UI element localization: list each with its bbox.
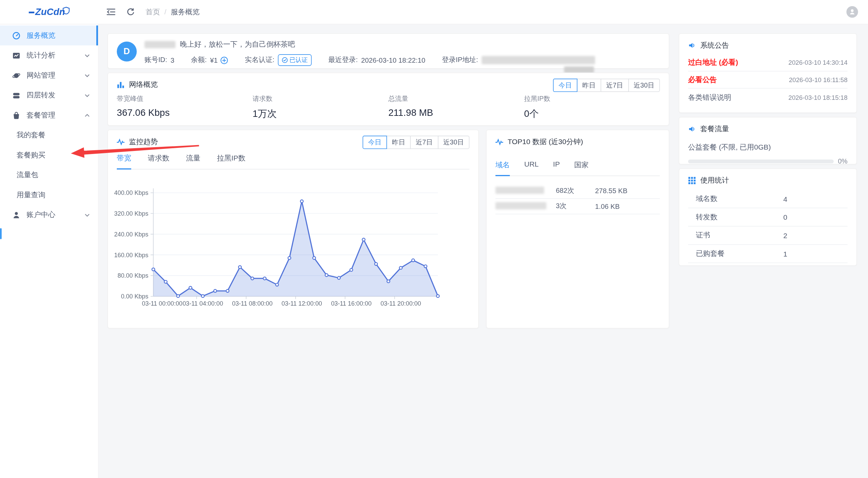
breadcrumb-home-link[interactable]: 首页: [146, 7, 160, 17]
verified-badge-label: 已认证: [289, 56, 308, 64]
usage-value: 0: [783, 213, 787, 221]
tab-bandwidth[interactable]: 带宽: [117, 153, 131, 169]
tab-requests[interactable]: 请求数: [148, 153, 169, 169]
svg-text:0.00 Kbps: 0.00 Kbps: [121, 293, 148, 300]
last-login-value: 2026-03-10 18:22:10: [361, 56, 425, 64]
trend-title: 监控趋势: [129, 137, 158, 147]
sidebar-item-buy-package[interactable]: 套餐购买: [0, 145, 98, 165]
masked-username: [144, 41, 175, 48]
tab-blocked-ips[interactable]: 拉黑IP数: [217, 153, 245, 169]
package-item-label: 公益套餐 (不限, 已用0GB): [688, 142, 848, 152]
package-traffic-card: 套餐流量 公益套餐 (不限, 已用0GB) 0%: [679, 117, 857, 165]
svg-text:400.00 Kbps: 400.00 Kbps: [114, 189, 148, 196]
tab-traffic[interactable]: 流量: [186, 153, 200, 169]
top10-requests: 682次: [556, 186, 595, 196]
range-7d-button[interactable]: 近7日: [601, 79, 629, 92]
stat-value: 367.06 Kbps: [117, 107, 253, 119]
sidebar-item-layer4-forward[interactable]: 四层转发: [0, 85, 98, 105]
masked-ip-line2: [564, 66, 594, 73]
sidebar-item-my-package[interactable]: 我的套餐: [0, 125, 98, 145]
announcement-item[interactable]: 必看公告 2026-03-10 16:11:58: [688, 72, 848, 89]
login-ip: 登录IP地址:: [442, 56, 595, 65]
breadcrumb-separator: /: [164, 8, 167, 16]
trend-tabs: 带宽 请求数 流量 拉黑IP数: [117, 153, 470, 169]
trend-range-today-button[interactable]: 今日: [363, 136, 387, 149]
sidebar-subitem-label: 我的套餐: [17, 130, 46, 140]
svg-text:03-11 12:00:00: 03-11 12:00:00: [282, 300, 322, 307]
sidebar-scrollbar-thumb[interactable]: [0, 228, 2, 240]
svg-text:03-11 04:00:00: 03-11 04:00:00: [183, 300, 223, 307]
balance-value: ¥1: [210, 56, 218, 64]
bar-chart-icon: [117, 81, 125, 89]
stat-label: 总流量: [388, 94, 524, 104]
announcement-item[interactable]: 过白地址 (必看) 2026-03-10 14:30:14: [688, 54, 848, 71]
top10-traffic: 1.06 KB: [595, 202, 660, 210]
stat-total-traffic: 总流量 211.98 MB: [388, 94, 524, 120]
tab-domain[interactable]: 域名: [495, 160, 510, 176]
monitor-trend-card: 监控趋势 今日 昨日 近7日 近30日 带宽 请求数 流量 拉黑IP数 0.0: [107, 129, 479, 328]
sidebar-item-website[interactable]: 网站管理: [0, 65, 98, 86]
chevron-down-icon: [84, 72, 90, 78]
sidebar: 服务概览 统计分析 网站管理 四层转发 套餐管理 我的套餐 套餐购买 流量包 用…: [0, 25, 98, 478]
sidebar-item-usage-query[interactable]: 用量查询: [0, 185, 98, 205]
app: ZuCdn 首页 / 服务概览 服务概览: [0, 0, 868, 478]
tab-url[interactable]: URL: [524, 160, 538, 176]
last-login-label: 最近登录:: [328, 56, 358, 65]
recharge-plus-icon[interactable]: [221, 56, 228, 64]
sidebar-item-account-center[interactable]: 账户中心: [0, 205, 98, 225]
logo-dash: [29, 12, 34, 13]
stat-value: 211.98 MB: [388, 107, 524, 119]
top10-rows: 682次 278.55 KB 3次 1.06 KB: [487, 183, 669, 214]
range-today-button[interactable]: 今日: [553, 79, 578, 92]
usage-label: 转发数: [696, 212, 717, 222]
refresh-icon[interactable]: [126, 7, 136, 17]
balance: 余额: ¥1: [191, 56, 228, 65]
sidebar-item-label: 网站管理: [27, 70, 56, 80]
announcement-time: 2026-03-10 18:15:18: [788, 94, 848, 101]
trend-range-yesterday-button[interactable]: 昨日: [386, 136, 411, 149]
sidebar-item-label: 账户中心: [27, 210, 56, 220]
real-name-auth: 实名认证: 已认证: [245, 54, 312, 66]
package-traffic-title: 套餐流量: [700, 124, 729, 134]
logo[interactable]: ZuCdn: [0, 6, 98, 18]
user-icon: [12, 211, 20, 219]
left-column: D 晚上好，放松一下，为自己倒杯茶吧 账号ID: 3 余额: ¥1: [107, 33, 669, 328]
balance-label: 余额:: [191, 56, 207, 65]
svg-text:80.00 Kbps: 80.00 Kbps: [117, 272, 148, 279]
sidebar-item-package-mgmt[interactable]: 套餐管理: [0, 105, 98, 125]
top10-row[interactable]: 3次 1.06 KB: [495, 199, 660, 215]
user-avatar[interactable]: [847, 6, 858, 18]
sidebar-item-traffic-pack[interactable]: 流量包: [0, 165, 98, 185]
collapse-sidebar-icon[interactable]: [106, 7, 115, 17]
usage-label: 域名数: [696, 194, 717, 204]
trend-range-30d-button[interactable]: 近30日: [438, 136, 469, 149]
sidebar-item-service-overview[interactable]: 服务概览: [0, 26, 98, 46]
usage-row-purchased-packages: 已购套餐 1: [688, 245, 848, 263]
topbar-right: [847, 6, 858, 18]
announcement-item[interactable]: 各类错误说明 2026-03-10 18:15:18: [688, 89, 848, 106]
svg-text:03-11 16:00:00: 03-11 16:00:00: [331, 300, 372, 307]
svg-text:03-11 08:00:00: 03-11 08:00:00: [232, 300, 272, 307]
grid-icon: [688, 177, 696, 185]
sidebar-item-stats[interactable]: 统计分析: [0, 45, 98, 65]
svg-text:240.00 Kbps: 240.00 Kbps: [114, 231, 148, 238]
trend-range-7d-button[interactable]: 近7日: [410, 136, 438, 149]
person-icon: [849, 8, 856, 15]
main-content: D 晚上好，放松一下，为自己倒杯茶吧 账号ID: 3 余额: ¥1: [98, 25, 868, 478]
tab-country[interactable]: 国家: [574, 160, 588, 176]
svg-text:03-11 20:00:00: 03-11 20:00:00: [380, 300, 421, 307]
announcements-title: 系统公告: [700, 41, 729, 50]
package-progress-bar: [688, 159, 834, 163]
top10-title: TOP10 数据 (近30分钟): [508, 137, 583, 147]
usage-row-certificates: 证书 2: [688, 227, 848, 245]
top10-requests: 3次: [556, 202, 595, 211]
right-column: 系统公告 过白地址 (必看) 2026-03-10 14:30:14 必看公告 …: [679, 33, 857, 266]
top10-row[interactable]: 682次 278.55 KB: [495, 183, 660, 199]
range-yesterday-button[interactable]: 昨日: [577, 79, 601, 92]
login-ip-label: 登录IP地址:: [442, 56, 478, 65]
network-overview-card: 网络概览 今日 昨日 近7日 近30日 带宽峰值 367.06 Kbps 请求数…: [107, 73, 669, 126]
range-30d-button[interactable]: 近30日: [628, 79, 660, 92]
topbar: ZuCdn 首页 / 服务概览: [0, 0, 868, 25]
verified-badge[interactable]: 已认证: [278, 54, 312, 66]
tab-ip[interactable]: IP: [553, 160, 560, 176]
